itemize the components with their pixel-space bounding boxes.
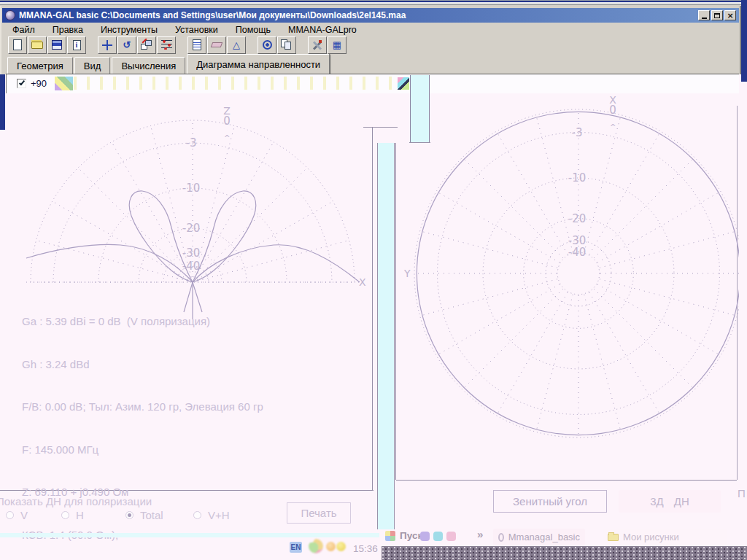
start-button[interactable]: Пуск [385,530,422,541]
menu-setup[interactable]: Установки [175,25,218,35]
copy-button[interactable] [277,36,296,54]
tray-icon-1[interactable] [309,539,323,553]
menu-edit[interactable]: Правка [53,25,83,35]
svg-text:0: 0 [223,114,231,128]
tab-radiation-pattern[interactable]: Диаграмма направленности [187,54,330,74]
arrange-windows-button[interactable] [137,36,156,54]
open-file-button[interactable] [28,36,47,54]
new-document-icon [13,39,22,50]
titlebar: MMANA-GAL basic C:\Documents and Setting… [2,8,739,23]
svg-text:^: ^ [224,134,230,142]
svg-text:-3: -3 [572,126,583,139]
quick-launch-icon-3[interactable] [446,532,456,541]
right-panel-border-bottom [396,480,737,481]
tools-button[interactable] [308,36,327,54]
rotate-icon: ↺ [123,39,131,50]
check-icon [18,79,24,86]
quick-launch-overflow-chevron[interactable]: » [477,528,483,540]
tray-icon-3[interactable] [336,542,346,551]
radio-v[interactable]: V [6,509,28,521]
task-icon [498,533,504,542]
taskbar-texture-band [382,546,747,560]
window-title: MMANA-GAL basic C:\Documents and Setting… [19,10,694,20]
menu-tools[interactable]: Инструменты [101,25,158,35]
result-frequency: F: 145.000 МГц [22,443,263,457]
windows-logo-icon [385,531,395,541]
menu-help[interactable]: Помощь [236,25,271,35]
menu-bar: Файл Правка Инструменты Установки Помощь… [2,24,357,36]
result-fb: F/B: 0.00 dB; Тыл: Азим. 120 гр, Элеваци… [22,400,263,414]
language-indicator[interactable]: EN [290,542,302,553]
desktop-edge-top [0,0,747,6]
quick-launch-icon-2[interactable] [433,532,443,541]
radio-vh-circle [193,511,201,519]
rotate-button[interactable]: ↺ [117,36,136,54]
tab-calculations[interactable]: Вычисления [112,57,185,74]
svg-text:-20: -20 [182,222,201,235]
quick-launch [420,532,456,541]
menu-file[interactable]: Файл [12,25,35,35]
quick-launch-icon-1[interactable] [420,532,430,541]
radio-total-circle [125,511,133,519]
new-document-button[interactable] [8,36,27,54]
wire-document-button[interactable] [187,36,206,54]
svg-text:-3: -3 [186,136,197,149]
maximize-button[interactable] [711,10,723,20]
taskbar-task-mmanagal[interactable]: Mmanagal_basic [493,529,585,545]
radio-h-circle [61,511,69,519]
tab-view[interactable]: Вид [74,57,111,74]
svg-text:-10: -10 [568,171,587,184]
element-list-button[interactable] [157,36,176,54]
svg-text:^: ^ [610,123,616,131]
taskbar-task-my-pictures[interactable]: Мои рисунки [603,529,727,545]
info-button[interactable]: i [67,36,86,54]
toolbar: i ↺ △ ▦ [2,35,358,55]
radio-h[interactable]: H [61,509,84,521]
target-icon [263,40,272,50]
calculator-icon: ▦ [333,39,341,50]
eraser-button[interactable] [207,36,226,54]
zenith-angle-button[interactable]: Зенитный угол [493,490,607,513]
save-button[interactable] [47,36,66,54]
result-gh: Gh : 3.24 dBd [22,357,263,372]
triangle-plot-button[interactable]: △ [227,36,246,54]
element-list-icon [161,40,172,50]
desktop-edge-right [741,0,747,82]
minimize-icon [702,18,707,19]
close-icon: × [727,12,733,20]
folder-icon [608,534,619,541]
app-icon [5,10,15,20]
svg-text:-10: -10 [182,182,201,195]
azimuth-pattern-plot: -3-10-20-30-40X0^Y [396,86,739,451]
open-folder-icon [31,42,43,49]
taskbar-clock: 15:36 [353,543,378,554]
threed-pattern-button[interactable]: 3Д ДН [619,490,721,513]
info-icon: i [73,40,81,50]
elevation-slider-icon[interactable] [55,77,73,90]
triangle-icon: △ [233,39,240,50]
result-gain: Ga : 5.39 dBi = 0 dB (V поляризация) [22,314,263,329]
close-button[interactable]: × [724,10,736,20]
radio-total[interactable]: Total [125,509,163,521]
svg-text:X: X [359,276,366,288]
move-icon [101,39,113,51]
polarization-group-label: Показать ДН для поляризации [0,495,152,508]
svg-text:-30: -30 [182,246,201,260]
tab-bar: Геометрия Вид Вычисления Диаграмма напра… [7,54,330,74]
optimize-target-button[interactable] [258,36,276,54]
calculator-button[interactable]: ▦ [328,36,347,54]
plus90-checkbox[interactable] [17,79,26,88]
scroll-stripe-lower[interactable] [377,143,395,529]
print-button[interactable]: Печать [287,502,351,524]
minimize-button[interactable] [698,10,710,20]
tab-geometry[interactable]: Геометрия [7,57,73,74]
save-icon [52,40,62,50]
radio-v-circle [6,511,14,519]
menu-mmana-galpro[interactable]: MMANA-GALpro [288,25,357,35]
tray-icon-2[interactable] [326,542,336,551]
elevation-tick-scale[interactable] [74,77,400,90]
wire-document-icon [193,39,201,50]
svg-text:-40: -40 [568,246,587,259]
radio-vh[interactable]: V+H [193,509,230,521]
move-button[interactable] [98,36,117,54]
